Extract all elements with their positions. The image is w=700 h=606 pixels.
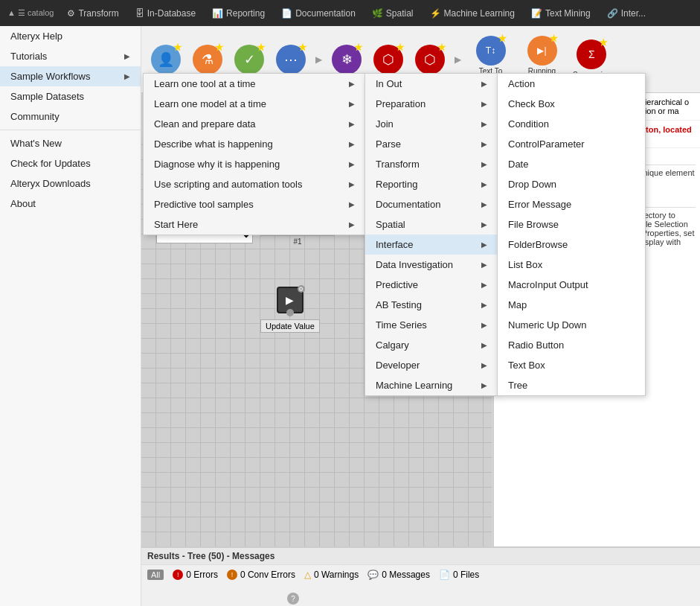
iface-numeric-updown[interactable]: Numeric Up Down [498, 315, 645, 335]
help-button[interactable]: ? [287, 593, 299, 605]
star-badge-9 [599, 38, 608, 47]
menu-item-learn-one-tool[interactable]: Learn one tool at a time ▶ [144, 74, 365, 94]
sidebar: Alteryx Help Tutorials ▶ Sample Workflow… [0, 26, 141, 606]
menu-item-diagnose[interactable]: Diagnose why it is happening ▶ [144, 154, 365, 174]
sidebar-item-community[interactable]: Community [0, 106, 141, 127]
menu-item-predictive-samples[interactable]: Predictive tool samples ▶ [144, 194, 365, 214]
cat-documentation[interactable]: Documentation ▶ [365, 194, 498, 214]
iface-macroinput[interactable]: MacroInput Output [498, 275, 645, 295]
sidebar-item-about[interactable]: About [0, 194, 141, 214]
tab-textmining[interactable]: 📝 Text Mining [524, 5, 598, 22]
tab-inter[interactable]: 🔗 Inter... [600, 5, 653, 22]
icon-item-4[interactable]: ❄ [328, 43, 365, 76]
tab-indatabase[interactable]: 🗄 In-Database [128, 5, 203, 22]
node-icon-2: ✓ [234, 45, 264, 74]
results-stats: All ! 0 Errors ! 0 Conv Errors △ 0 Warni… [141, 565, 700, 584]
star-badge-1 [215, 43, 224, 52]
star-badge-3 [298, 43, 307, 52]
stat-all[interactable]: All [147, 570, 164, 580]
inter-icon: 🔗 [607, 8, 618, 19]
sample-workflows-menu: Learn one tool at a time ▶ Learn one mod… [143, 73, 366, 235]
stat-conv-errors[interactable]: ! 0 Conv Errors [227, 570, 295, 580]
sidebar-item-sample-workflows[interactable]: Sample Workflows ▶ [0, 66, 141, 86]
iface-action[interactable]: Action [498, 74, 645, 94]
tab-spatial[interactable]: 🌿 Spatial [365, 5, 421, 22]
arrow-0: ▶ [349, 80, 355, 88]
menu-item-start-here[interactable]: Start Here ▶ [144, 214, 365, 235]
iface-dropdown[interactable]: Drop Down [498, 174, 645, 194]
icon-item-2[interactable]: ✓ [231, 43, 268, 76]
sidebar-item-alteryx-help[interactable]: Alteryx Help [0, 26, 141, 46]
workflow-node-2[interactable]: ⚙ ▶ Update Value [260, 287, 320, 333]
stat-warnings[interactable]: △ 0 Warnings [304, 570, 359, 580]
menu-item-describe[interactable]: Describe what is happening ▶ [144, 134, 365, 154]
arrow-3: ▶ [349, 140, 355, 148]
iface-text-box[interactable]: Text Box [498, 355, 645, 375]
cat-interface[interactable]: Interface ▶ [365, 235, 498, 255]
menu-item-scripting[interactable]: Use scripting and automation tools ▶ [144, 174, 365, 194]
cat-join[interactable]: Join ▶ [365, 114, 498, 134]
stat-errors[interactable]: ! 0 Errors [173, 570, 218, 580]
stat-files[interactable]: 📄 0 Files [439, 570, 479, 580]
app-logo: ▲ ☰ catalog [3, 8, 58, 18]
sidebar-item-check-updates[interactable]: Check for Updates [0, 153, 141, 173]
cat-predictive[interactable]: Predictive ▶ [365, 275, 498, 295]
node-icon-0: 👤 [151, 45, 181, 74]
stat-messages[interactable]: 💬 0 Messages [367, 570, 430, 580]
tab-machinelearning[interactable]: ⚡ Machine Learning [423, 5, 522, 22]
icon-item-5[interactable]: ⬡ [370, 43, 407, 76]
sidebar-item-alteryx-downloads[interactable]: Alteryx Downloads [0, 173, 141, 194]
cat-machine-learning[interactable]: Machine Learning ▶ [365, 375, 498, 395]
cat-parse[interactable]: Parse ▶ [365, 134, 498, 154]
cat-transform[interactable]: Transform ▶ [365, 154, 498, 174]
cat-ab-testing[interactable]: AB Testing ▶ [365, 295, 498, 315]
arrow-6: ▶ [349, 200, 355, 208]
interface-submenu: Action Check Box Condition ControlParame… [497, 73, 646, 396]
icon-item-0[interactable]: 👤 [147, 43, 184, 76]
cat-spatial[interactable]: Spatial ▶ [365, 214, 498, 235]
cat-developer[interactable]: Developer ▶ [365, 355, 498, 375]
sidebar-item-tutorials[interactable]: Tutorials ▶ [0, 46, 141, 66]
iface-controlparam[interactable]: ControlParameter [498, 134, 645, 154]
tab-reporting[interactable]: 📊 Reporting [205, 5, 272, 22]
summarize-icon: Σ [577, 39, 606, 69]
cat-arrow-8: ▶ [481, 240, 487, 249]
iface-condition[interactable]: Condition [498, 114, 645, 134]
spatial-icon: 🌿 [372, 8, 383, 19]
cat-data-investigation[interactable]: Data Investigation ▶ [365, 255, 498, 275]
icon-item-3[interactable]: ⋯ [272, 43, 309, 76]
results-bar: Results - Tree (50) - Messages All ! 0 E… [141, 546, 700, 606]
menu-item-clean-prepare[interactable]: Clean and prepare data ▶ [144, 114, 365, 134]
cat-time-series[interactable]: Time Series ▶ [365, 315, 498, 335]
iface-map[interactable]: Map [498, 295, 645, 315]
cat-arrow-0: ▶ [481, 80, 487, 88]
iface-file-browse[interactable]: File Browse [498, 214, 645, 235]
iface-date[interactable]: Date [498, 154, 645, 174]
iface-checkbox[interactable]: Check Box [498, 94, 645, 114]
iface-radio-button[interactable]: Radio Button [498, 335, 645, 355]
icon-item-1[interactable]: ⚗ [189, 43, 226, 76]
iface-folder-browse[interactable]: FolderBrowse [498, 235, 645, 255]
sidebar-item-sample-datasets[interactable]: Sample Datasets [0, 86, 141, 106]
iface-tree[interactable]: Tree [498, 375, 645, 395]
sidebar-item-whats-new[interactable]: What's New [0, 133, 141, 153]
cat-preparation[interactable]: Preparation ▶ [365, 94, 498, 114]
star-badge-6 [437, 43, 446, 52]
cat-calgary[interactable]: Calgary ▶ [365, 335, 498, 355]
icon-item-6[interactable]: ⬡ [411, 43, 449, 76]
arrow-2: ▶ [349, 120, 355, 128]
tab-documentation[interactable]: 📄 Documentation [274, 5, 363, 22]
menu-item-learn-one-model[interactable]: Learn one model at a time ▶ [144, 94, 365, 114]
cat-in-out[interactable]: In Out ▶ [365, 74, 498, 94]
iface-list-box[interactable]: List Box [498, 255, 645, 275]
tab-transform[interactable]: ⚙ Transform [60, 5, 126, 22]
cat-reporting[interactable]: Reporting ▶ [365, 174, 498, 194]
ml-icon: ⚡ [430, 8, 441, 19]
star-badge-4 [354, 43, 363, 52]
cat-arrow-11: ▶ [481, 301, 487, 309]
textmining-icon: 📝 [531, 8, 542, 19]
arrow-1: ▶ [349, 100, 355, 108]
iface-error-message[interactable]: Error Message [498, 194, 645, 214]
star-badge-7 [498, 34, 507, 43]
cat-arrow-3: ▶ [481, 140, 487, 148]
